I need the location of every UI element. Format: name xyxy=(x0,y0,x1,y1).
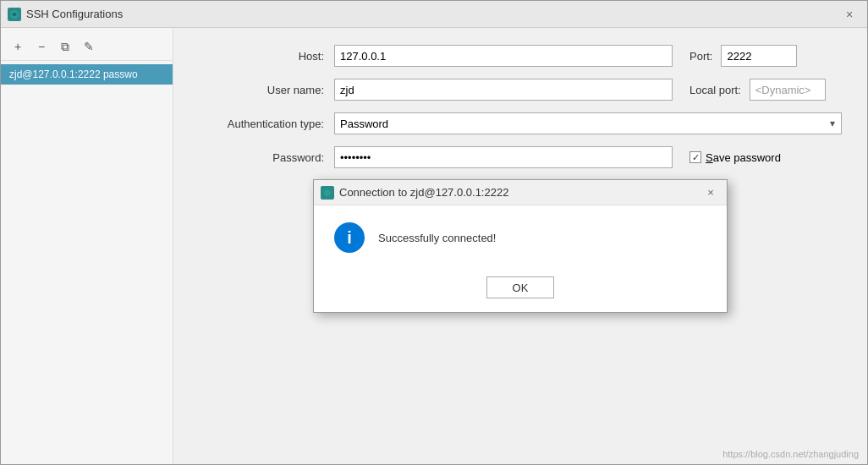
host-row: Host: Port: xyxy=(199,45,842,67)
sidebar: + − ⧉ ✎ zjd@127.0.0.1:2222 passwo xyxy=(1,28,173,464)
window-body: + − ⧉ ✎ zjd@127.0.0.1:2222 passwo Host: … xyxy=(1,28,867,464)
main-window: SSH Configurations × + − ⧉ ✎ zjd@127.0.0… xyxy=(0,0,868,465)
sidebar-item-suffix: passwo xyxy=(101,68,138,80)
window-title: SSH Configurations xyxy=(26,8,838,20)
close-button[interactable]: × xyxy=(838,6,860,23)
port-group: Port: xyxy=(689,45,797,67)
modal-message: Successfully connected! xyxy=(378,232,496,244)
username-label: User name: xyxy=(199,84,334,96)
modal-footer: OK xyxy=(314,270,727,312)
remove-button[interactable]: − xyxy=(31,36,52,57)
save-password-checkbox[interactable] xyxy=(689,151,701,163)
sidebar-item-label: zjd@127.0.0.1:2222 xyxy=(9,68,101,80)
ok-button[interactable]: OK xyxy=(486,276,554,298)
host-input[interactable] xyxy=(334,45,673,67)
edit-button[interactable]: ✎ xyxy=(79,36,99,57)
main-content: Host: Port: User name: Local port: Authe… xyxy=(173,28,867,464)
title-bar: SSH Configurations × xyxy=(1,1,867,28)
save-password-label: Save password xyxy=(706,151,781,164)
sidebar-item-connection[interactable]: zjd@127.0.0.1:2222 passwo xyxy=(1,64,173,85)
save-password-checkbox-wrapper[interactable]: Save password xyxy=(689,151,781,164)
host-label: Host: xyxy=(199,50,334,63)
add-button[interactable]: + xyxy=(8,36,28,57)
modal-dialog: Connection to zjd@127.0.0.1:2222 × i Suc… xyxy=(313,179,728,313)
copy-button[interactable]: ⧉ xyxy=(55,36,75,57)
modal-title: Connection to zjd@127.0.0.1:2222 xyxy=(339,186,701,199)
local-port-group: Local port: xyxy=(689,79,826,101)
username-row: User name: Local port: xyxy=(199,79,842,101)
local-port-input[interactable] xyxy=(750,79,826,101)
sidebar-toolbar: + − ⧉ ✎ xyxy=(1,33,173,61)
auth-select-wrapper: Password Public key Keyboard-interactive… xyxy=(334,112,842,134)
app-icon xyxy=(8,8,21,21)
password-input[interactable] xyxy=(334,146,673,168)
port-label: Port: xyxy=(689,50,721,63)
auth-label: Authentication type: xyxy=(199,118,334,130)
port-input[interactable] xyxy=(721,45,797,67)
modal-close-button[interactable]: × xyxy=(701,185,720,200)
modal-body: i Successfully connected! xyxy=(314,205,727,270)
password-label: Password: xyxy=(199,151,334,164)
local-port-label: Local port: xyxy=(689,84,750,96)
password-row: Password: Save password xyxy=(199,146,842,168)
username-input[interactable] xyxy=(334,79,673,101)
info-icon: i xyxy=(334,222,365,253)
modal-app-icon xyxy=(321,186,334,200)
modal-title-bar: Connection to zjd@127.0.0.1:2222 × xyxy=(314,180,727,205)
save-password-group: Save password xyxy=(689,151,781,164)
svg-point-1 xyxy=(324,189,331,196)
auth-row: Authentication type: Password Public key… xyxy=(199,112,842,134)
watermark: https://blog.csdn.net/zhangjuding xyxy=(722,449,859,459)
auth-select[interactable]: Password Public key Keyboard-interactive xyxy=(334,112,842,134)
